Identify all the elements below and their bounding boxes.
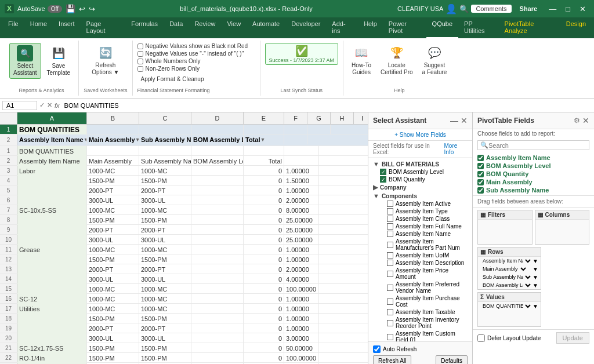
cell-E3[interactable]: 0: [244, 166, 284, 176]
tree-item-assembly-item-active[interactable]: Assembly Item Active: [368, 200, 472, 208]
cell-C19[interactable]: 2000-PT: [139, 323, 191, 333]
cell-E21[interactable]: 0: [244, 343, 284, 353]
cell-C1[interactable]: [139, 146, 191, 156]
cell-A13[interactable]: [17, 264, 87, 274]
pivot-field-checkbox[interactable]: [477, 155, 484, 161]
cell-E8[interactable]: 0: [244, 215, 284, 225]
col-header-c[interactable]: C: [139, 112, 191, 124]
tree-item-assembly-item-custom-field-01[interactable]: Assembly Item Custom Field 01: [368, 330, 472, 341]
cell-C21[interactable]: 1500-PM: [139, 343, 191, 353]
cell-C13[interactable]: 2000-PT: [139, 264, 191, 274]
negative-parens-check[interactable]: Negative Values use "-" instead of "( )": [137, 50, 248, 57]
tree-checkbox[interactable]: [387, 320, 393, 326]
cell-F3[interactable]: 1.00000: [284, 166, 319, 176]
tab-developer[interactable]: Developer: [285, 17, 326, 38]
cell-F8[interactable]: 25.00000: [284, 215, 319, 225]
cell-A15[interactable]: [17, 284, 87, 294]
formula-fx[interactable]: fx: [55, 102, 60, 109]
cell-E2[interactable]: Total: [244, 156, 284, 166]
defaults-button[interactable]: Defaults: [436, 355, 468, 364]
cell-C8[interactable]: 1500-PM: [139, 215, 191, 225]
col-header-b[interactable]: B: [87, 112, 139, 124]
cell-C6[interactable]: 3000-UL: [139, 195, 191, 205]
autosave-toggle[interactable]: Off: [48, 5, 62, 13]
tree-expand-icon[interactable]: ▼: [373, 192, 379, 199]
cell-C5[interactable]: 2000-PT: [139, 185, 191, 195]
tab-design[interactable]: Design: [560, 17, 592, 38]
cell-C4[interactable]: 1500-PM: [139, 176, 191, 185]
apply-format-button[interactable]: Apply Format & Cleanup: [137, 74, 248, 84]
cell-A7[interactable]: SC-10x.5-SS: [17, 205, 87, 215]
how-to-guides-button[interactable]: 📖 How-ToGuides: [348, 43, 375, 78]
cell-A20[interactable]: [17, 333, 87, 343]
tree-item-assembly-item-manufacturer's-p[interactable]: Assembly Item Manufacturer's Part Num: [368, 238, 472, 252]
cell-F18[interactable]: 1.00000: [284, 314, 319, 323]
tab-addins[interactable]: Add-ins: [326, 17, 358, 38]
cell-E22[interactable]: 0: [244, 353, 284, 363]
cell-c2[interactable]: Sub Assembly Name ▼: [139, 134, 191, 144]
cell-D21[interactable]: [191, 343, 244, 353]
formula-cancel[interactable]: ✕: [47, 101, 52, 109]
cell-d2[interactable]: BOM Assembly Level ▼: [191, 134, 244, 144]
tree-checkbox[interactable]: [387, 231, 393, 237]
cell-D18[interactable]: [191, 314, 244, 323]
cell-B19[interactable]: 2000-PT: [87, 323, 139, 333]
cell-E15[interactable]: 0: [244, 284, 284, 294]
cell-F15[interactable]: 100.00000: [284, 284, 319, 294]
cell-B2[interactable]: Main Assembly: [87, 156, 139, 166]
tree-item-assembly-item-class[interactable]: Assembly Item Class: [368, 215, 472, 223]
cell-C16[interactable]: 1000-MC: [139, 294, 191, 304]
cell-E5[interactable]: 0: [244, 185, 284, 195]
negative-black-check[interactable]: Negative Values show as Black not Red: [137, 43, 248, 49]
rows-item-1-select[interactable]: Assembly Item Name: [480, 257, 533, 264]
cell-C18[interactable]: 1500-PM: [139, 314, 191, 323]
cell-g1[interactable]: [307, 125, 331, 134]
pivot-field-checkbox[interactable]: [477, 179, 484, 185]
cell-F13[interactable]: 2.00000: [284, 264, 319, 274]
tab-insert[interactable]: Insert: [53, 17, 81, 38]
tree-checkbox[interactable]: [387, 252, 393, 259]
cell-A14[interactable]: [17, 274, 87, 284]
more-fields-button[interactable]: + Show More Fields: [368, 129, 472, 141]
cell-D4[interactable]: [191, 176, 244, 185]
tree-checkbox[interactable]: [387, 208, 393, 214]
tree-item-bill-of-materials[interactable]: ▼BILL OF MATERIALS: [368, 160, 472, 168]
values-item-1-select[interactable]: BOM QUANTITIES: [480, 303, 533, 310]
values-item-1[interactable]: BOM QUANTITIES ▼: [478, 302, 541, 310]
cell-D17[interactable]: [191, 304, 244, 314]
cell-a2[interactable]: Assembly Item Name ▼: [17, 134, 87, 144]
cell-F21[interactable]: 50.00000: [284, 343, 319, 353]
cell-C20[interactable]: 3000-UL: [139, 333, 191, 343]
cell-C22[interactable]: 1500-PM: [139, 353, 191, 363]
cell-D2[interactable]: BOM Assembly Level: [191, 156, 244, 166]
tree-checkbox[interactable]: [387, 334, 393, 340]
formula-check[interactable]: ✓: [39, 101, 45, 109]
cell-B17[interactable]: 1000-MC: [87, 304, 139, 314]
pivot-field-checkbox[interactable]: [477, 187, 484, 194]
cell-B14[interactable]: 3000-UL: [87, 274, 139, 284]
col-header-d[interactable]: D: [191, 112, 244, 124]
cell-C12[interactable]: 1500-PM: [139, 254, 191, 264]
cell-A19[interactable]: [17, 323, 87, 333]
tree-item-assembly-item-preferred-vendor[interactable]: Assembly Item Preferred Vendor Name: [368, 281, 472, 294]
cell-A18[interactable]: [17, 314, 87, 323]
tree-checkbox[interactable]: [387, 271, 393, 277]
cell-C2[interactable]: Sub Assembly Name: [139, 156, 191, 166]
non-zero-check[interactable]: Non-Zero Rows Only: [137, 65, 248, 72]
cell-A5[interactable]: [17, 185, 87, 195]
tab-review[interactable]: Review: [189, 17, 221, 38]
cell-D16[interactable]: [191, 294, 244, 304]
save-template-button[interactable]: 💾 SaveTemplate: [44, 43, 74, 78]
cell-B3[interactable]: 1000-MC: [87, 166, 139, 176]
auto-refresh-checkbox[interactable]: [373, 345, 381, 353]
cell-b2[interactable]: Main Assembly ▼: [87, 134, 139, 144]
defer-checkbox[interactable]: [477, 334, 485, 342]
tree-checkbox[interactable]: [387, 242, 393, 248]
tab-pivot-analyze[interactable]: PivotTable Analyze: [499, 17, 560, 38]
cell-A9[interactable]: [17, 225, 87, 235]
tab-qqube[interactable]: QQube: [426, 17, 458, 38]
pivot-settings-button[interactable]: ⚙: [574, 117, 580, 125]
tree-checkbox[interactable]: [387, 260, 393, 266]
tree-checkbox[interactable]: [387, 309, 393, 315]
cell-F12[interactable]: 1.00000: [284, 254, 319, 264]
